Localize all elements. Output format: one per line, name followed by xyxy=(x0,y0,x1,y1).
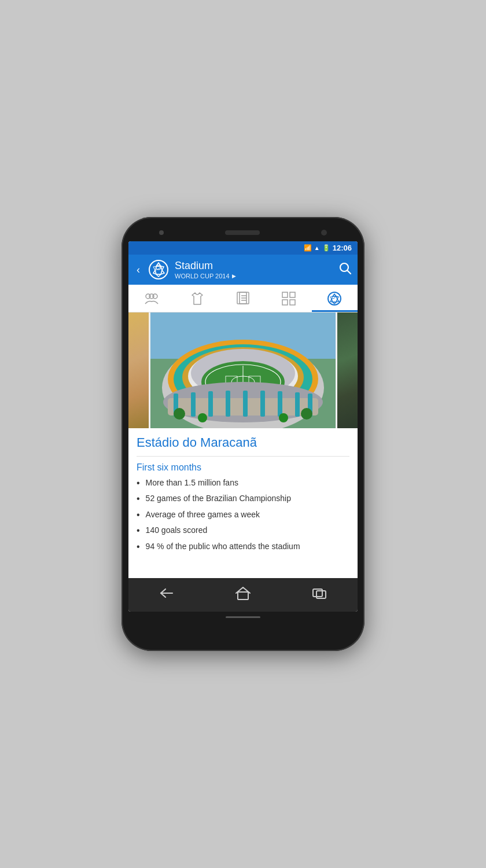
clock: 12:06 xyxy=(333,244,352,252)
carousel-right-image xyxy=(337,312,358,428)
svg-rect-59 xyxy=(238,592,248,599)
svg-rect-49 xyxy=(243,391,248,417)
bullet-item-5: 94 % of the public who attends the stadi… xyxy=(137,541,349,553)
tab-stadium[interactable] xyxy=(312,285,358,312)
search-button[interactable] xyxy=(339,262,352,278)
svg-line-9 xyxy=(348,270,351,274)
toolbar-subtitle: WORLD CUP 2014 ▶ xyxy=(175,273,333,279)
wifi-icon: 📶 xyxy=(304,244,312,252)
svg-rect-18 xyxy=(282,292,288,297)
svg-rect-46 xyxy=(191,392,196,417)
svg-rect-47 xyxy=(208,391,213,417)
back-button[interactable]: ‹ xyxy=(134,262,142,278)
home-nav-icon xyxy=(235,586,251,600)
recent-nav-button[interactable] xyxy=(302,584,337,605)
svg-point-56 xyxy=(198,413,207,422)
home-indicator xyxy=(226,616,260,618)
svg-point-54 xyxy=(174,408,185,420)
svg-rect-50 xyxy=(260,391,265,417)
image-carousel[interactable] xyxy=(128,312,358,428)
grid-icon xyxy=(282,292,296,306)
phone-screen: 📶 ▲ 🔋 12:06 ‹ Stadium xyxy=(128,241,358,612)
search-icon xyxy=(339,262,352,275)
signal-icon: ▲ xyxy=(314,245,320,251)
stadium-info-section: Estádio do Maracanã First six months Mor… xyxy=(128,428,358,561)
toolbar-titles: Stadium WORLD CUP 2014 ▶ xyxy=(175,260,333,279)
speaker xyxy=(225,230,260,235)
tab-bar xyxy=(128,285,358,312)
stadium-ball-icon xyxy=(327,291,342,306)
back-nav-button[interactable] xyxy=(149,584,184,605)
svg-rect-21 xyxy=(290,300,295,305)
battery-icon: 🔋 xyxy=(322,244,330,252)
svg-point-55 xyxy=(301,408,312,420)
tab-news[interactable] xyxy=(220,285,266,312)
bullet-item-1: More than 1.5 million fans xyxy=(137,477,349,490)
soccer-ball-icon xyxy=(148,259,169,280)
phone-bottom-bar xyxy=(128,612,358,620)
svg-rect-60 xyxy=(313,589,322,597)
svg-point-57 xyxy=(279,413,288,422)
svg-rect-19 xyxy=(290,292,295,297)
carousel-left-image xyxy=(128,312,149,428)
stadium-aerial-view xyxy=(149,312,337,428)
news-icon xyxy=(237,292,249,306)
jersey-icon xyxy=(190,292,205,306)
svg-rect-20 xyxy=(282,300,288,305)
stadium-name: Estádio do Maracanã xyxy=(137,435,349,457)
status-bar: 📶 ▲ 🔋 12:06 xyxy=(128,241,358,255)
svg-marker-4 xyxy=(156,274,161,277)
recent-nav-icon xyxy=(311,587,327,599)
phone-device: 📶 ▲ 🔋 12:06 ‹ Stadium xyxy=(122,217,365,651)
svg-rect-61 xyxy=(316,591,326,598)
phone-top-bar xyxy=(128,227,358,241)
bottom-nav xyxy=(128,578,358,612)
toolbar-title: Stadium xyxy=(175,260,333,273)
carousel-main-image xyxy=(149,312,337,428)
bullet-item-4: 140 goals scored xyxy=(137,525,349,537)
home-nav-button[interactable] xyxy=(226,584,260,606)
camera-dot xyxy=(159,230,164,235)
svg-point-12 xyxy=(149,294,154,299)
tab-team[interactable] xyxy=(128,285,174,312)
section-title: First six months xyxy=(137,462,349,473)
front-camera xyxy=(321,230,327,236)
bullet-item-3: Average of three games a week xyxy=(137,509,349,521)
bullet-list: More than 1.5 million fans 52 games of t… xyxy=(137,477,349,553)
bullet-item-2: 52 games of the Brazilian Championship xyxy=(137,493,349,505)
svg-rect-52 xyxy=(295,392,300,417)
subtitle-arrow: ▶ xyxy=(232,273,236,279)
tab-grid[interactable] xyxy=(266,285,312,312)
svg-rect-51 xyxy=(278,391,282,417)
content-area: Estádio do Maracanã First six months Mor… xyxy=(128,312,358,578)
back-nav-icon xyxy=(159,587,175,599)
toolbar: ‹ Stadium WORLD CUP 2014 ▶ xyxy=(128,255,358,285)
status-icons: 📶 ▲ 🔋 12:06 xyxy=(304,244,352,252)
svg-rect-48 xyxy=(226,391,230,417)
team-icon xyxy=(144,292,159,305)
tab-jersey[interactable] xyxy=(174,285,220,312)
